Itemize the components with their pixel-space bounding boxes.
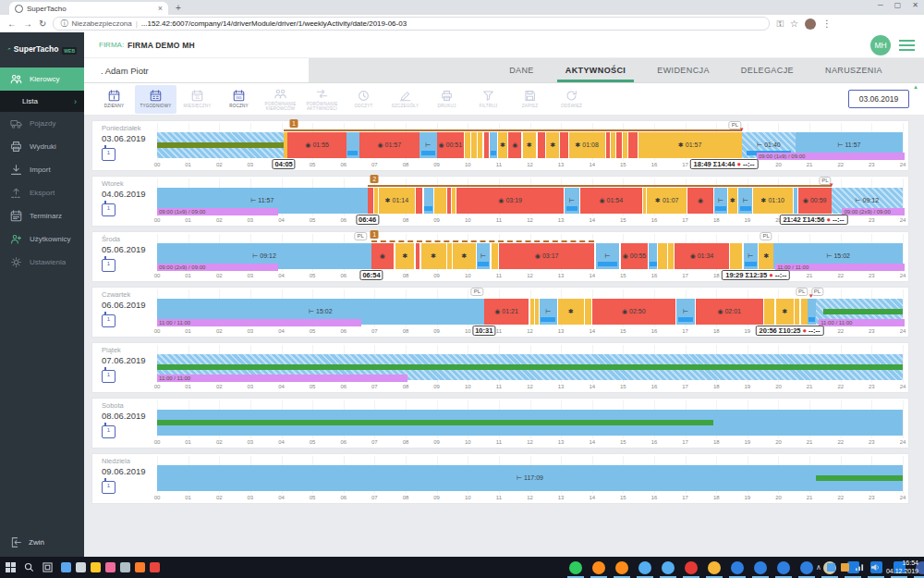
activity-segment-rest[interactable]: ⊢ bbox=[477, 243, 491, 269]
chrome-small-icon[interactable] bbox=[150, 562, 160, 572]
activity-segment-drive[interactable]: ◉ 01:34 bbox=[675, 243, 729, 269]
sidebar-item-ustawienia[interactable]: Ustawienia bbox=[0, 251, 84, 274]
activity-segment-work[interactable]: ✱ bbox=[421, 243, 446, 269]
tab-aktywno-ci[interactable]: AKTYWNOŚCI bbox=[550, 58, 642, 82]
sidebar-item-import[interactable]: Import bbox=[0, 158, 84, 181]
activity-segment-drive[interactable] bbox=[368, 188, 373, 214]
date-input[interactable]: 03.06.2019 bbox=[848, 90, 909, 108]
activity-segment-drive[interactable]: ◉ 01:54 bbox=[580, 188, 642, 214]
activity-segment-work[interactable] bbox=[535, 299, 539, 325]
activity-segment-work[interactable] bbox=[471, 132, 477, 158]
activity-segment-work[interactable]: ✱ bbox=[453, 243, 476, 269]
activity-segment-drive[interactable]: ◉ 02:50 bbox=[592, 299, 675, 325]
activity-segment-drive[interactable]: ◉ 01:55 bbox=[287, 132, 346, 158]
sidebar-item-eksport[interactable]: Eksport bbox=[0, 181, 84, 204]
activity-segment-work[interactable]: ✱ bbox=[498, 132, 507, 158]
bookmark-star-icon[interactable]: ☆ bbox=[790, 19, 798, 29]
activity-segment-work[interactable] bbox=[434, 188, 445, 214]
folder-app-icon[interactable] bbox=[91, 562, 101, 572]
activity-segment-work[interactable] bbox=[643, 188, 646, 214]
taskbar-edge-1-icon[interactable] bbox=[730, 560, 745, 575]
sidebar-item-kierowcy[interactable]: Kierowcy bbox=[0, 68, 84, 91]
activity-segment-work[interactable] bbox=[658, 243, 667, 269]
taskbar-sun-red-1-icon[interactable] bbox=[684, 560, 699, 575]
activity-segment-rest[interactable]: ⊢ bbox=[565, 188, 578, 214]
tab-naruszenia[interactable]: NARUSZENIA bbox=[809, 58, 898, 82]
violation-badge[interactable]: 1 bbox=[371, 230, 379, 239]
task-view-icon[interactable] bbox=[43, 562, 53, 572]
activity-segment-rest[interactable] bbox=[794, 188, 797, 214]
sidebar-item-u-ytkownicy[interactable]: Użytkownicy bbox=[0, 228, 84, 251]
reload-icon[interactable]: ↻ bbox=[39, 19, 46, 29]
activity-segment-drive[interactable]: ◉ 00:55 bbox=[621, 243, 649, 269]
activity-segment-rest[interactable] bbox=[490, 132, 497, 158]
activity-segment-drive[interactable] bbox=[538, 132, 545, 158]
activity-segment-drive[interactable]: ◉ 03:19 bbox=[456, 188, 563, 214]
activity-segment-work[interactable]: ✱ bbox=[759, 243, 773, 269]
sidebar-item-terminarz[interactable]: Terminarz bbox=[0, 204, 84, 228]
activity-segment-rest[interactable]: ⊢ bbox=[419, 132, 436, 158]
activity-segment-drive[interactable] bbox=[416, 188, 422, 214]
scroll-top-icon[interactable]: ▲ bbox=[913, 84, 918, 90]
day-calendar-icon[interactable] bbox=[102, 259, 116, 272]
tab-ewidencja[interactable]: EWIDENCJA bbox=[641, 58, 725, 82]
monitor-app-icon[interactable] bbox=[76, 562, 86, 572]
activity-segment-rest[interactable]: ⊢ bbox=[676, 299, 695, 325]
activity-segment-work[interactable]: ✱ bbox=[546, 132, 559, 158]
activity-segment-rest[interactable]: ⊢ bbox=[596, 243, 620, 269]
activity-segment-rest[interactable] bbox=[808, 299, 816, 325]
day-calendar-icon[interactable] bbox=[102, 148, 116, 161]
activity-segment-rest[interactable] bbox=[346, 132, 359, 158]
day-calendar-icon[interactable] bbox=[102, 425, 116, 438]
day-calendar-icon[interactable] bbox=[102, 314, 116, 327]
sidebar-item-wydruki[interactable]: Wydruki bbox=[0, 135, 84, 158]
activity-segment-work[interactable]: ✱ 01:08 bbox=[569, 132, 605, 158]
taskbar-weather-1-icon[interactable] bbox=[638, 560, 652, 575]
key-icon[interactable]: ⚿ bbox=[776, 19, 784, 29]
menu-icon[interactable] bbox=[899, 40, 915, 51]
taskbar-clock[interactable]: 16:54 04.12.2019 bbox=[886, 560, 920, 576]
minimize-button[interactable]: ─ bbox=[878, 1, 883, 9]
activity-segment-work[interactable] bbox=[668, 243, 673, 269]
violation-badge[interactable]: 1 bbox=[289, 119, 298, 128]
tray-chevron-icon[interactable]: ∧ bbox=[816, 563, 821, 572]
activity-segment-work[interactable]: ✱ bbox=[395, 243, 414, 269]
activity-segment-rest[interactable]: ⊢ bbox=[714, 188, 727, 214]
activity-segment-drive[interactable] bbox=[606, 132, 610, 158]
store-app-icon[interactable] bbox=[120, 562, 130, 572]
activity-segment-rest[interactable] bbox=[649, 243, 657, 269]
activity-segment-work[interactable] bbox=[730, 243, 742, 269]
user-avatar[interactable]: MH bbox=[870, 35, 891, 55]
taskbar-edge-3-icon[interactable] bbox=[776, 560, 791, 575]
activity-segment-work[interactable]: ✱ 01:14 bbox=[379, 188, 415, 214]
taskbar-firefox-2-icon[interactable] bbox=[614, 560, 629, 575]
taskbar-edge-4-icon[interactable] bbox=[799, 560, 814, 575]
activity-segment-drive[interactable]: ◉ 03:17 bbox=[499, 243, 595, 269]
toolbar-button-tygodniowy[interactable]: TYGODNIOWY bbox=[135, 85, 176, 114]
activity-segment-rest[interactable]: ⊢ 117:09 bbox=[157, 465, 903, 491]
browser-profile-avatar[interactable] bbox=[805, 18, 816, 30]
new-tab-button[interactable]: + bbox=[176, 2, 181, 15]
toolbar-button-dzienny[interactable]: DZIENNY bbox=[93, 85, 135, 114]
activity-segment-work[interactable] bbox=[764, 299, 775, 325]
tray-app-1-icon[interactable] bbox=[827, 563, 835, 572]
start-button-icon[interactable] bbox=[6, 562, 16, 572]
activity-segment-work[interactable]: ✱ bbox=[776, 299, 795, 325]
activity-segment-work[interactable] bbox=[447, 243, 451, 269]
close-button[interactable]: ✕ bbox=[912, 1, 918, 9]
activity-segment-drive[interactable] bbox=[616, 132, 622, 158]
activity-segment-drive[interactable]: ◉ 02:01 bbox=[696, 299, 763, 325]
activity-segment-rest[interactable]: ⊢ bbox=[744, 243, 758, 269]
network-icon[interactable] bbox=[855, 563, 865, 572]
back-icon[interactable]: ← bbox=[7, 19, 17, 29]
activity-segment-work[interactable] bbox=[492, 243, 498, 269]
sidebar-item-pojazdy[interactable]: Pojazdy bbox=[0, 112, 84, 135]
browser-menu-icon[interactable]: ⋮ bbox=[822, 19, 832, 29]
activity-segment-work[interactable]: ✱ 01:07 bbox=[647, 188, 687, 214]
activity-segment-drive[interactable]: ◉ 00:59 bbox=[798, 188, 832, 214]
day-calendar-icon[interactable] bbox=[102, 481, 116, 494]
activity-segment-work[interactable] bbox=[530, 299, 534, 325]
activity-segment-work[interactable] bbox=[478, 132, 482, 158]
toolbar-button-roczny[interactable]: 365ROCZNY bbox=[218, 85, 260, 114]
activity-segment-drive[interactable] bbox=[560, 132, 567, 158]
